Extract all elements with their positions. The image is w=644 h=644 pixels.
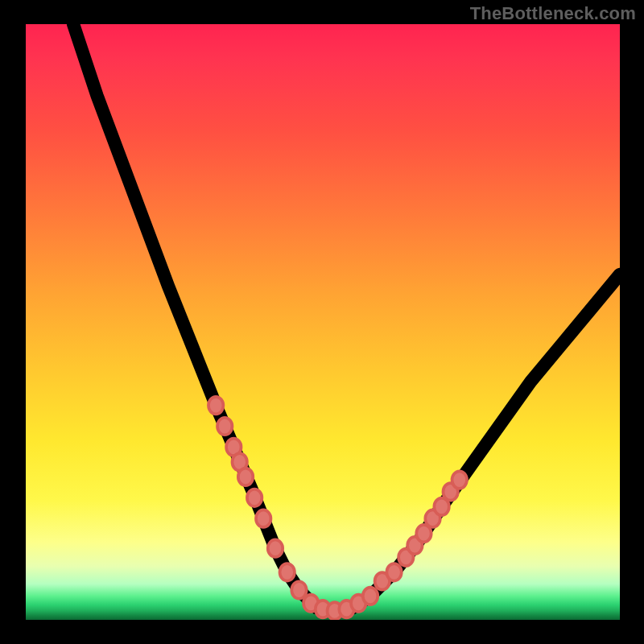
bead xyxy=(247,489,262,506)
bead xyxy=(291,581,306,598)
curve-layer xyxy=(26,24,620,620)
bead xyxy=(208,397,223,414)
bead xyxy=(363,588,378,605)
bead xyxy=(256,510,270,526)
bottleneck-curve xyxy=(73,24,620,611)
bead xyxy=(386,564,401,580)
plot-area xyxy=(26,24,620,620)
bead xyxy=(238,469,253,485)
chart-frame: TheBottleneck.com xyxy=(0,0,644,644)
bead xyxy=(452,471,467,488)
bead xyxy=(268,539,283,556)
data-beads xyxy=(208,397,467,620)
bead xyxy=(279,564,294,580)
watermark-text: TheBottleneck.com xyxy=(470,3,636,24)
bead xyxy=(217,418,232,435)
